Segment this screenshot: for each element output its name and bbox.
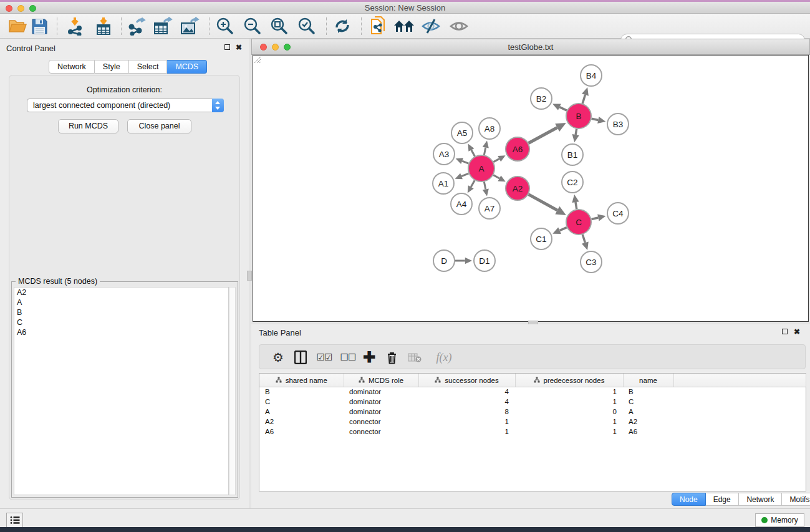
add-column-icon[interactable]: ✚	[360, 347, 378, 367]
column-header-shared-name[interactable]: shared name	[259, 374, 344, 387]
table-cell[interactable]: A	[259, 407, 344, 417]
table-cell[interactable]: A2	[623, 417, 673, 427]
table-cell[interactable]: 4	[418, 387, 515, 397]
table-tab-node-table[interactable]: Node Table	[672, 493, 706, 506]
window-titlebar[interactable]: Session: New Session	[0, 2, 810, 14]
control-tab-style[interactable]: Style	[95, 60, 129, 74]
column-header-predecessor-nodes[interactable]: predecessor nodes	[515, 374, 623, 387]
result-list-scrollbar[interactable]	[229, 287, 236, 495]
network-window-titlebar[interactable]: testGlobe.txt	[251, 39, 810, 55]
show-graphics-details-icon[interactable]	[448, 16, 470, 36]
run-mcds-button[interactable]: Run MCDS	[58, 119, 118, 133]
column-header-name[interactable]: name	[623, 374, 673, 387]
zoom-selected-icon[interactable]	[296, 16, 318, 36]
table-cell[interactable]: connector	[344, 427, 418, 437]
graph-edge[interactable]	[592, 118, 599, 120]
graph-edge[interactable]	[582, 95, 585, 104]
graph-edge[interactable]	[529, 128, 557, 143]
table-cell[interactable]: 1	[418, 417, 515, 427]
table-cell[interactable]: A2	[259, 417, 344, 427]
table-cell[interactable]: A6	[259, 427, 344, 437]
unselect-all-columns-icon[interactable]: ☐☐	[338, 347, 358, 367]
export-table-icon[interactable]	[152, 16, 174, 36]
graph-edge[interactable]	[560, 228, 567, 231]
control-tab-mcds[interactable]: MCDS	[167, 60, 207, 74]
table-tab-motifs[interactable]: Motifs	[782, 493, 810, 506]
delete-table-icon[interactable]	[405, 347, 424, 367]
open-session-icon[interactable]	[6, 16, 29, 36]
import-network-icon[interactable]	[64, 16, 86, 36]
table-tab-network-table[interactable]: Network Table	[739, 493, 782, 506]
refresh-icon[interactable]	[331, 16, 354, 36]
export-image-icon[interactable]	[178, 16, 201, 36]
show-panel-list-button[interactable]	[6, 513, 23, 528]
table-row[interactable]: Bdominator41B	[259, 387, 806, 397]
table-row[interactable]: A6connector11A6	[259, 427, 806, 437]
graph-edge[interactable]	[493, 175, 499, 178]
import-table-icon[interactable]	[92, 16, 115, 36]
graph-edge[interactable]	[576, 202, 577, 209]
table-cell[interactable]: 1	[515, 427, 623, 437]
function-builder-icon[interactable]: f(x)	[433, 347, 455, 367]
select-all-columns-icon[interactable]: ☑☑	[314, 347, 334, 367]
close-panel-button[interactable]: Close panel	[127, 119, 191, 133]
column-header-successor-nodes[interactable]: successor nodes	[418, 374, 515, 387]
graph-edge[interactable]	[462, 161, 468, 163]
export-network-icon[interactable]	[125, 16, 148, 36]
mcds-result-item[interactable]: A2	[14, 288, 228, 297]
graph-edge[interactable]	[559, 107, 567, 110]
table-cell[interactable]: dominator	[344, 397, 418, 407]
mcds-result-item[interactable]: A6	[14, 327, 228, 337]
zoom-out-icon[interactable]	[241, 16, 264, 36]
table-cell[interactable]: connector	[344, 417, 418, 427]
table-settings-icon[interactable]: ⚙	[269, 347, 287, 367]
table-cell[interactable]: 4	[418, 397, 515, 407]
table-cell[interactable]: dominator	[344, 407, 418, 417]
delete-column-icon[interactable]	[383, 347, 400, 367]
graph-edge[interactable]	[582, 235, 585, 243]
mcds-result-item[interactable]: C	[14, 317, 228, 327]
save-session-icon[interactable]	[28, 16, 51, 36]
mcds-result-item[interactable]: A	[14, 297, 228, 307]
close-panel-icon[interactable]: ✖	[793, 327, 801, 336]
table-cell[interactable]: C	[259, 397, 344, 407]
graph-edge[interactable]	[484, 148, 485, 155]
mcds-result-item[interactable]: B	[14, 307, 228, 317]
optimization-criterion-dropdown[interactable]: largest connected component (directed)	[27, 99, 224, 112]
network-canvas[interactable]: AA1A2A3A4A5A6A7A8BB1B2B3B4CC1C2C3C4DD1	[253, 55, 809, 322]
table-cell[interactable]: 0	[515, 407, 623, 417]
table-row[interactable]: A2connector11A2	[259, 417, 806, 427]
control-tab-network[interactable]: Network	[49, 60, 95, 74]
float-panel-icon[interactable]	[780, 327, 789, 336]
table-cell[interactable]: 1	[418, 427, 515, 437]
graph-edge[interactable]	[461, 173, 468, 177]
show-column-icon[interactable]	[292, 347, 309, 367]
table-cell[interactable]: 1	[515, 397, 623, 407]
graph-edge[interactable]	[493, 159, 499, 162]
home-icon[interactable]	[393, 16, 415, 36]
zoom-in-icon[interactable]	[214, 16, 236, 36]
window-resize-grip[interactable]	[253, 56, 261, 64]
table-cell[interactable]: 1	[515, 417, 623, 427]
table-cell[interactable]: C	[623, 397, 673, 407]
graph-edge[interactable]	[576, 129, 576, 135]
table-cell[interactable]: B	[623, 387, 673, 397]
zoom-fit-icon[interactable]	[268, 16, 291, 36]
graph-edge[interactable]	[484, 182, 485, 190]
table-cell[interactable]: A6	[623, 427, 673, 437]
table-cell[interactable]: dominator	[344, 387, 418, 397]
graph-edge[interactable]	[471, 180, 475, 187]
table-cell[interactable]: 8	[418, 407, 515, 417]
hide-graphics-details-icon[interactable]	[420, 16, 442, 36]
table-row[interactable]: Adominator80A	[259, 407, 806, 417]
table-cell[interactable]: B	[259, 387, 344, 397]
table-row[interactable]: Cdominator41C	[259, 397, 806, 407]
column-header-mcds-role[interactable]: MCDS role	[344, 374, 418, 387]
float-panel-icon[interactable]	[223, 43, 231, 52]
control-tab-select[interactable]: Select	[129, 60, 168, 74]
table-cell[interactable]: A	[623, 407, 673, 417]
table-cell[interactable]: 1	[515, 387, 623, 397]
memory-button[interactable]: Memory	[755, 513, 804, 527]
table-tab-edge-table[interactable]: Edge Table	[706, 493, 740, 506]
graph-edge[interactable]	[471, 150, 475, 156]
